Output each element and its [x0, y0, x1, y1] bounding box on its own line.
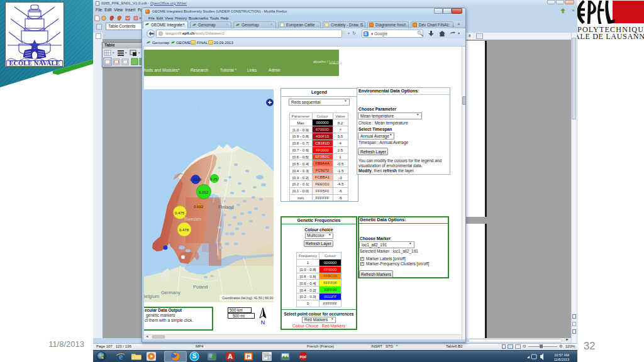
svg-text:Belgium: Belgium — [144, 293, 159, 299]
svg-text:0.25: 0.25 — [210, 177, 218, 181]
svg-text:e: e — [119, 352, 123, 361]
svg-text:0.692: 0.692 — [194, 205, 204, 209]
svg-text:Poland: Poland — [193, 284, 208, 290]
svg-text:10:57 AM: 10:57 AM — [554, 353, 569, 357]
svg-text:Sweden: Sweden — [184, 216, 201, 222]
svg-text:S: S — [192, 353, 197, 359]
svg-text:0.475: 0.475 — [175, 211, 185, 215]
svg-text:Coordinates (lat,lng): 41.50 |: Coordinates (lat,lng): 41.50 | 66.00 — [222, 296, 274, 300]
svg-text:0.212: 0.212 — [199, 190, 209, 194]
svg-text:11/8/2013: 11/8/2013 — [554, 358, 569, 361]
svg-text:Germany: Germany — [161, 290, 180, 295]
svg-text:N: N — [261, 319, 265, 326]
svg-text:PDF: PDF — [300, 355, 308, 359]
svg-text:Finland: Finland — [218, 204, 234, 210]
svg-text:0.0938: 0.0938 — [190, 178, 202, 182]
svg-text:0.478: 0.478 — [179, 228, 189, 232]
svg-text:P: P — [247, 354, 250, 359]
svg-text:A: A — [228, 353, 233, 360]
svg-text:ay: ay — [186, 205, 191, 210]
svg-text:ECOLE NAVALE: ECOLE NAVALE — [9, 60, 60, 67]
svg-text:ALE DE LAUSANNE: ALE DE LAUSANNE — [574, 32, 644, 41]
